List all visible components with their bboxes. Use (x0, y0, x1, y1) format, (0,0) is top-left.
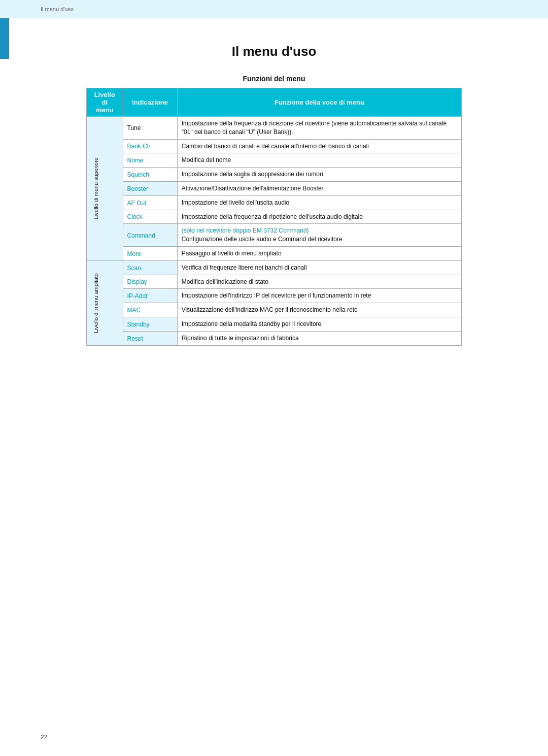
indicazione-ipad: IP-Addr (123, 289, 177, 303)
indicazione-scan: Scan (123, 260, 177, 275)
funzione-scan: Verifica di frequenze libere nei banchi … (177, 260, 461, 275)
funzione-display: Modifica dell'indicazione di stato (177, 275, 461, 289)
indicazione-nome: Nome (123, 153, 177, 168)
section-title: Funzioni del menu (41, 75, 507, 83)
table-row: Nome Modifica del nome (87, 153, 462, 168)
breadcrumb: Il menu d'uso (41, 6, 74, 12)
funzione-afout: Impostazione del livello dell'uscita aud… (177, 195, 461, 210)
funzione-more: Passaggio al livello di menu ampliato (177, 246, 461, 260)
header-livello: Livellodimenu (87, 88, 123, 117)
indicazione-afout: AF Out (123, 195, 177, 210)
header-funzione: Funzione della voce di menu (177, 88, 461, 117)
table-row: Display Modifica dell'indicazione di sta… (87, 275, 462, 289)
indicazione-tune: Tune (123, 117, 177, 140)
funzione-bankch: Cambio del banco di canali e del canale … (177, 139, 461, 153)
table-row: Livello di menu superiore Tune Impostazi… (87, 117, 462, 140)
livello-superiore-cell: Livello di menu superiore (87, 117, 123, 261)
funzione-clock: Impostazione della frequenza di ripetizi… (177, 210, 461, 224)
page-number: 22 (41, 734, 47, 741)
indicazione-mac: MAC (123, 303, 177, 317)
page-title: Il menu d'uso (41, 44, 507, 59)
funzione-standby: Impostazione della modalità standby per … (177, 317, 461, 331)
table-row: Squelch Impostazione della soglia di sop… (87, 168, 462, 182)
funzione-nome: Modifica del nome (177, 153, 461, 168)
funzione-ipad: Impostazione dell'indirizzo IP del ricev… (177, 289, 461, 303)
side-accent (0, 18, 9, 59)
funzione-reset: Ripristino di tutte le impostazioni di f… (177, 331, 461, 345)
funzione-tune: Impostazione della frequenza di ricezion… (177, 117, 461, 140)
funzione-mac: Visualizzazione dell'indirizzo MAC per i… (177, 303, 461, 317)
indicazione-reset: Reset (123, 331, 177, 345)
indicazione-more: More (123, 246, 177, 260)
table-row: Livello di menu ampliato Scan Verifica d… (87, 260, 462, 275)
table-row: Bank.Ch Cambio del banco di canali e del… (87, 139, 462, 153)
table-row: AF Out Impostazione del livello dell'usc… (87, 195, 462, 210)
livello-superiore-label: Livello di menu superiore (91, 153, 101, 223)
menu-table: Livellodimenu Indicazione Funzione della… (86, 88, 462, 346)
table-row: MAC Visualizzazione dell'indirizzo MAC p… (87, 303, 462, 317)
table-row: Standby Impostazione della modalità stan… (87, 317, 462, 331)
indicazione-clock: Clock (123, 210, 177, 224)
indicazione-bankch: Bank.Ch (123, 139, 177, 153)
indicazione-command: Command (123, 224, 177, 247)
header-indicazione: Indicazione (123, 88, 177, 117)
table-row: IP-Addr Impostazione dell'indirizzo IP d… (87, 289, 462, 303)
page-content: Il menu d'uso Funzioni del menu Livellod… (0, 18, 548, 386)
funzione-booster: Attivazione/Disattivazione dell'alimenta… (177, 181, 461, 195)
indicazione-display: Display (123, 275, 177, 289)
indicazione-squelch: Squelch (123, 168, 177, 182)
top-bar: Il menu d'uso (0, 0, 548, 18)
table-row: Reset Ripristino di tutte le impostazion… (87, 331, 462, 345)
livello-ampliato-label: Livello di menu ampliato (91, 269, 101, 337)
funzione-squelch: Impostazione della soglia di soppression… (177, 168, 461, 182)
table-row: Clock Impostazione della frequenza di ri… (87, 210, 462, 224)
livello-ampliato-cell: Livello di menu ampliato (87, 260, 123, 345)
indicazione-booster: Booster (123, 181, 177, 195)
table-row: Booster Attivazione/Disattivazione dell'… (87, 181, 462, 195)
indicazione-standby: Standby (123, 317, 177, 331)
table-row: Command (solo nel ricevitore doppio EM 3… (87, 224, 462, 247)
table-row: More Passaggio al livello di menu amplia… (87, 246, 462, 260)
funzione-command: (solo nel ricevitore doppio EM 3732 Comm… (177, 224, 461, 247)
